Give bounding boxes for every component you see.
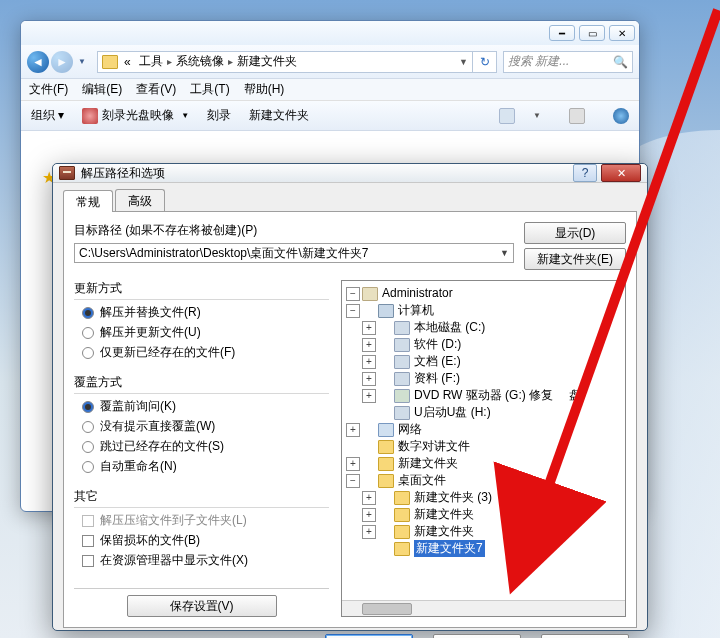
target-path-value: C:\Users\Administrator\Desktop\桌面文件\新建文件… (79, 245, 368, 262)
radio-auto-rename[interactable]: 自动重命名(N) (82, 458, 329, 475)
check-subfolder[interactable]: 解压压缩文件到子文件夹(L) (82, 512, 329, 529)
help-button[interactable]: 帮助 (541, 634, 629, 638)
maximize-button[interactable]: ▭ (579, 25, 605, 41)
folder-icon (378, 440, 394, 454)
nav-history-dropdown[interactable]: ▼ (75, 51, 89, 73)
expand-icon[interactable]: − (346, 474, 360, 488)
target-path-label: 目标路径 (如果不存在将被创建)(P) (74, 222, 514, 239)
network-icon (378, 423, 394, 437)
ok-button[interactable]: 确定 (325, 634, 413, 638)
computer-icon (378, 304, 394, 318)
folder-tree[interactable]: −Administrator −计算机 +本地磁盘 (C:) +软件 (D:) … (341, 280, 626, 617)
toolbar-burn-image[interactable]: 刻录光盘映像▼ (82, 107, 189, 124)
tree-node-drive-f: +资料 (F:) (346, 370, 621, 387)
explorer-titlebar: ━ ▭ ✕ (21, 21, 639, 45)
radio-icon (82, 441, 94, 453)
nav-forward-button[interactable]: ► (51, 51, 73, 73)
tab-advanced[interactable]: 高级 (115, 189, 165, 211)
expand-icon[interactable]: − (346, 304, 360, 318)
check-keep-broken[interactable]: 保留损坏的文件(B) (82, 532, 329, 549)
tree-hscrollbar[interactable] (342, 600, 625, 616)
radio-skip-existing[interactable]: 跳过已经存在的文件(S) (82, 438, 329, 455)
save-settings-button[interactable]: 保存设置(V) (127, 595, 277, 617)
tree-selected-label[interactable]: 新建文件夹7 (414, 540, 485, 557)
expand-icon[interactable]: + (362, 372, 376, 386)
folder-icon (378, 457, 394, 471)
refresh-button[interactable]: ↻ (473, 51, 497, 73)
expand-icon[interactable]: + (362, 491, 376, 505)
expand-icon[interactable]: + (362, 321, 376, 335)
dialog-help-button[interactable]: ? (573, 164, 597, 182)
breadcrumb-item[interactable]: 工具 (139, 53, 163, 70)
drive-icon (394, 372, 410, 386)
tree-node-folder: 数字对讲文件 (346, 438, 621, 455)
folder-icon (378, 474, 394, 488)
view-mode-icon[interactable] (499, 108, 515, 124)
menu-view[interactable]: 查看(V) (136, 81, 176, 98)
breadcrumb-item[interactable]: 新建文件夹 (237, 53, 297, 70)
toolbar-newfolder[interactable]: 新建文件夹 (249, 107, 309, 124)
nav-back-button[interactable]: ◄ (27, 51, 49, 73)
toolbar-burn[interactable]: 刻录 (207, 107, 231, 124)
dialog-tabs: 常规 高级 (63, 189, 637, 211)
expand-icon[interactable]: + (362, 525, 376, 539)
minimize-button[interactable]: ━ (549, 25, 575, 41)
folder-icon (394, 525, 410, 539)
expand-icon[interactable]: − (346, 287, 360, 301)
menu-tools[interactable]: 工具(T) (190, 81, 229, 98)
breadcrumb-dropdown[interactable]: ▼ (459, 57, 468, 67)
expand-icon[interactable]: + (362, 389, 376, 403)
search-input[interactable]: 搜索 新建... 🔍 (503, 51, 633, 73)
target-path-input[interactable]: C:\Users\Administrator\Desktop\桌面文件\新建文件… (74, 243, 514, 263)
expand-icon[interactable]: + (362, 508, 376, 522)
tab-general[interactable]: 常规 (63, 190, 113, 212)
radio-update-existing[interactable]: 仅更新已经存在的文件(F) (82, 344, 329, 361)
toolbar-organize[interactable]: 组织 ▾ (31, 107, 64, 124)
checkbox-icon (82, 555, 94, 567)
chevron-down-icon[interactable]: ▼ (500, 248, 509, 258)
dialog-title: 解压路径和选项 (81, 165, 573, 182)
display-button[interactable]: 显示(D) (524, 222, 626, 244)
menu-edit[interactable]: 编辑(E) (82, 81, 122, 98)
new-folder-button[interactable]: 新建文件夹(E) (524, 248, 626, 270)
radio-icon (82, 347, 94, 359)
tree-node-computer: −计算机 (346, 302, 621, 319)
expand-icon[interactable]: + (346, 457, 360, 471)
drive-icon (394, 406, 410, 420)
scrollbar-thumb[interactable] (362, 603, 412, 615)
expand-icon[interactable]: + (362, 338, 376, 352)
explorer-toolbar: 组织 ▾ 刻录光盘映像▼ 刻录 新建文件夹 ▼ (21, 101, 639, 131)
extract-dialog: 解压路径和选项 ? ✕ 常规 高级 目标路径 (如果不存在将被创建)(P) C:… (52, 163, 648, 631)
expand-icon[interactable]: + (346, 423, 360, 437)
dialog-titlebar: 解压路径和选项 ? ✕ (53, 164, 647, 183)
tree-node-drive-c: +本地磁盘 (C:) (346, 319, 621, 336)
tree-node-folder: +新建文件夹 (346, 523, 621, 540)
dialog-close-button[interactable]: ✕ (601, 164, 641, 182)
help-icon[interactable] (613, 108, 629, 124)
radio-icon (82, 307, 94, 319)
tree-node-folder: +新建文件夹 (346, 506, 621, 523)
check-show-in-explorer[interactable]: 在资源管理器中显示文件(X) (82, 552, 329, 569)
preview-pane-icon[interactable] (569, 108, 585, 124)
radio-extract-update[interactable]: 解压并更新文件(U) (82, 324, 329, 341)
winrar-icon (59, 166, 75, 180)
menu-help[interactable]: 帮助(H) (244, 81, 285, 98)
tree-node-desktop-files: −桌面文件 (346, 472, 621, 489)
radio-overwrite-noprompt[interactable]: 没有提示直接覆盖(W) (82, 418, 329, 435)
folder-icon (102, 55, 118, 69)
radio-extract-replace[interactable]: 解压并替换文件(R) (82, 304, 329, 321)
checkbox-icon (82, 515, 94, 527)
menu-file[interactable]: 文件(F) (29, 81, 68, 98)
folder-icon (394, 508, 410, 522)
explorer-navbar: ◄ ► ▼ « 工具 ▸ 系统镜像 ▸ 新建文件夹 ▼ ↻ 搜索 新建... 🔍 (21, 45, 639, 79)
close-button[interactable]: ✕ (609, 25, 635, 41)
cancel-button[interactable]: 取消 (433, 634, 521, 638)
breadcrumb-item[interactable]: 系统镜像 (176, 53, 224, 70)
drive-icon (394, 321, 410, 335)
radio-icon (82, 327, 94, 339)
breadcrumb[interactable]: « 工具 ▸ 系统镜像 ▸ 新建文件夹 ▼ (97, 51, 473, 73)
user-icon (362, 287, 378, 301)
expand-icon[interactable]: + (362, 355, 376, 369)
radio-ask-overwrite[interactable]: 覆盖前询问(K) (82, 398, 329, 415)
overwrite-mode-group: 覆盖方式 覆盖前询问(K) 没有提示直接覆盖(W) 跳过已经存在的文件(S) 自… (74, 374, 329, 478)
